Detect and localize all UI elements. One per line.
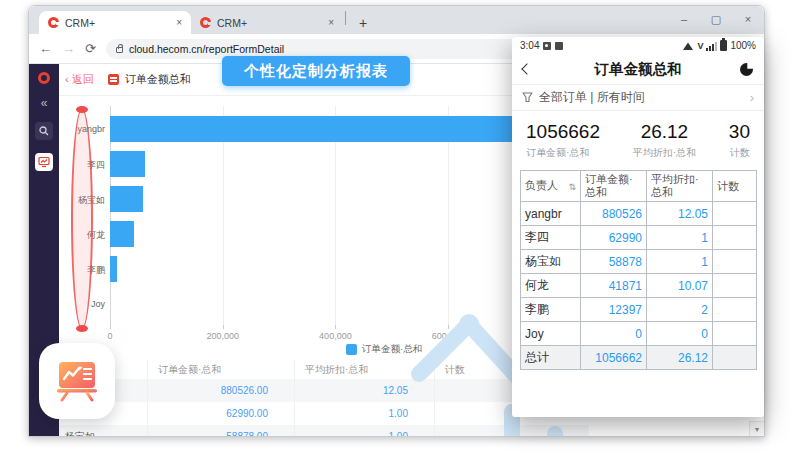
table-row[interactable]: 杨宝如58878.001.00 (59, 425, 589, 436)
summary-count: 30 计数 (729, 121, 750, 160)
phone-table-row[interactable]: 何龙4187110.07 (521, 274, 757, 298)
annotation-badge: 个性化定制分析报表 (222, 56, 410, 86)
page-title: 订单金额总和 (125, 72, 191, 87)
table-header-row: 订单金额·总和 平均折扣·总和 计数 (59, 360, 589, 379)
legend-label: 订单金额·总和 (362, 343, 422, 356)
chevron-right-icon: › (750, 90, 754, 105)
table-cell (713, 202, 757, 226)
pie-chart-icon[interactable] (739, 62, 754, 77)
col-amount[interactable]: 订单金额·总和 (581, 171, 647, 202)
new-tab-button[interactable]: + (350, 11, 376, 34)
table-cell: 12397 (581, 298, 647, 322)
phone-data-table: 负责人⇅ 订单金额·总和 平均折扣·总和 计数 yangbr88052612.0… (520, 170, 757, 370)
phone-total-row[interactable]: 总计105666226.12 (521, 346, 757, 370)
summary-discount: 26.12 平均折扣·总和 (633, 121, 696, 160)
col-discount: 平均折扣·总和 (294, 360, 434, 379)
phone-table-row[interactable]: 杨宝如588781 (521, 250, 757, 274)
table-row[interactable]: yangbr880526.0012.0514 (59, 379, 589, 402)
table-row[interactable]: 李四62990.001.001 (59, 402, 589, 425)
report-sheet-icon (108, 74, 119, 85)
phone-back-icon[interactable] (521, 63, 532, 74)
crm-favicon (200, 17, 211, 28)
bar-杨宝如[interactable] (110, 186, 143, 212)
bar-李四[interactable] (110, 151, 145, 177)
col-owner[interactable]: 负责人⇅ (521, 171, 581, 202)
col-count[interactable]: 计数 (713, 171, 757, 202)
back-icon[interactable]: ← (39, 41, 52, 56)
red-highlight-annotation (71, 108, 93, 330)
bar-李鹏[interactable] (110, 256, 117, 282)
tick-mark (335, 325, 336, 329)
crm-favicon (48, 17, 59, 28)
status-time: 3:04 (520, 40, 539, 51)
table-cell: 李四 (521, 226, 581, 250)
phone-summary: 1056662 订单金额·总和 26.12 平均折扣·总和 30 计数 (512, 111, 764, 168)
tab-title: CRM+ (65, 17, 95, 29)
table-cell: 12.05 (647, 202, 713, 226)
table-cell: 杨宝如 (59, 430, 147, 437)
tab-close-icon[interactable]: × (328, 17, 334, 28)
phone-table-row[interactable]: yangbr88052612.05 (521, 202, 757, 226)
table-cell: 62990 (581, 226, 647, 250)
sidebar-item-report[interactable] (35, 153, 53, 171)
table-cell: 1056662 (581, 346, 647, 370)
x-tick-label: 400,000 (319, 331, 352, 341)
url-text: cloud.hecom.cn/reportFormDetail (129, 43, 284, 55)
phone-nav-bar: 订单金额总和 (512, 54, 764, 84)
table-cell: 62990.00 (147, 402, 294, 425)
table-cell (713, 274, 757, 298)
forward-icon[interactable]: → (62, 41, 75, 56)
scrollbar-down-arrow[interactable]: ▾ (749, 421, 764, 436)
sort-icon: ⇅ (568, 182, 576, 193)
table-cell: 12.05 (294, 379, 434, 402)
maximize-button[interactable]: ▢ (700, 6, 732, 32)
search-icon[interactable] (35, 122, 53, 140)
close-button[interactable]: × (732, 6, 764, 32)
table-cell: 杨宝如 (521, 250, 581, 274)
tab-crm-1[interactable]: CRM+ × (39, 11, 191, 34)
phone-table-row[interactable]: 李鹏123972 (521, 298, 757, 322)
legend-swatch (346, 344, 357, 355)
tick-mark (448, 325, 449, 329)
phone-status-bar: 3:04 V 100% (512, 37, 764, 54)
table-cell: 58878 (581, 250, 647, 274)
col-discount[interactable]: 平均折扣·总和 (647, 171, 713, 202)
bar-何龙[interactable] (110, 221, 134, 247)
table-cell: 26.12 (647, 346, 713, 370)
table-cell: 10.07 (647, 274, 713, 298)
table-cell (713, 346, 757, 370)
x-tick-label: 600,000 (432, 331, 465, 341)
presentation-chart-icon (54, 358, 100, 404)
report-fab-button[interactable] (39, 343, 115, 419)
phone-page-title: 订单金额总和 (595, 60, 682, 79)
report-data-table: 订单金额·总和 平均折扣·总和 计数 yangbr880526.0012.051… (59, 360, 589, 436)
collapse-sidebar-icon[interactable]: « (41, 97, 48, 109)
phone-table-row[interactable]: Joy00 (521, 322, 757, 346)
table-cell: 总计 (521, 346, 581, 370)
table-cell: 880526.00 (147, 379, 294, 402)
col-amount: 订单金额·总和 (147, 360, 294, 379)
table-cell: yangbr (521, 202, 581, 226)
table-cell: 1.00 (294, 425, 434, 436)
tab-crm-2[interactable]: CRM+ × (191, 11, 343, 34)
table-cell (434, 425, 574, 436)
phone-filter-bar[interactable]: 全部订单 | 所有时间 › (512, 84, 764, 111)
chart-legend[interactable]: 订单金额·总和 (346, 343, 422, 356)
refresh-icon[interactable]: ⟳ (85, 41, 96, 56)
wifi-icon (682, 41, 694, 51)
window-controls: – ▢ × (668, 6, 764, 32)
table-cell (713, 226, 757, 250)
page-back-link[interactable]: ‹ 返回 (65, 72, 94, 87)
phone-table-header: 负责人⇅ 订单金额·总和 平均折扣·总和 计数 (521, 171, 757, 202)
phone-table-row[interactable]: 李四629901 (521, 226, 757, 250)
lock-icon (116, 47, 123, 53)
volte-icon: V (697, 41, 703, 51)
notification-app-icon (555, 42, 563, 50)
filter-text: 全部订单 | 所有时间 (539, 89, 645, 106)
minimize-button[interactable]: – (668, 6, 700, 32)
table-cell: 1 (647, 226, 713, 250)
table-cell: 1 (647, 250, 713, 274)
table-cell (713, 250, 757, 274)
tab-title: CRM+ (217, 17, 247, 29)
tab-close-icon[interactable]: × (176, 17, 182, 28)
